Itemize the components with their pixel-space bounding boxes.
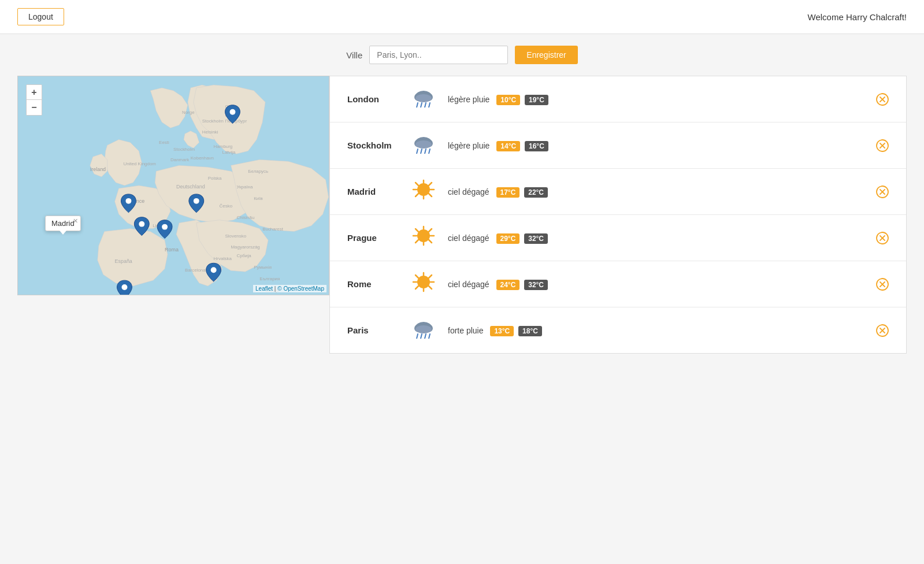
svg-line-57 [417,149,418,154]
remove-city-button[interactable] [876,278,889,291]
svg-line-93 [415,275,418,278]
svg-line-48 [425,103,426,107]
temp-min: 29°C [496,233,520,244]
svg-text:Roma: Roma [165,247,179,253]
svg-line-49 [429,103,430,107]
ville-label: Ville [346,50,362,60]
svg-text:Bucharest: Bucharest [262,227,284,232]
svg-text:Србија: Србија [236,253,251,258]
city-name: Paris [347,325,399,335]
svg-point-88 [417,276,430,288]
svg-line-106 [425,334,426,339]
svg-text:Magyarország: Magyarország [231,244,259,250]
temp-min: 13°C [490,326,514,336]
header: Logout Welcome Harry Chalcraft! [0,0,924,34]
svg-line-105 [421,334,422,339]
weather-row: Rome ciel dégagé 24°C 32°C [330,261,906,307]
weather-icon [411,318,436,343]
svg-text:Latvija: Latvija [222,150,236,155]
svg-text:Україна: Україна [236,184,253,190]
temp-max: 18°C [518,326,542,336]
svg-line-107 [429,334,430,339]
svg-text:Беларусь: Беларусь [248,169,268,174]
temp-max: 32°C [524,233,548,244]
svg-point-39 [211,267,217,273]
svg-line-82 [429,240,432,243]
weather-icon [411,179,436,204]
remove-icon [876,93,889,106]
svg-line-83 [429,229,432,232]
map-attribution: Leaflet | © OpenStreetMap [253,285,326,292]
svg-text:United Kingdom: United Kingdom [123,161,156,166]
remove-city-button[interactable] [876,232,889,244]
svg-text:България: България [259,276,280,281]
map-controls: + − [26,84,42,116]
tooltip-city-name: Madrid [51,219,75,228]
remove-icon [876,232,889,244]
weather-icon [411,133,436,158]
osm-link[interactable]: © OpenStreetMap [277,285,324,292]
weather-icon [411,272,436,296]
logout-button[interactable]: Logout [17,8,64,25]
temp-min: 17°C [496,187,520,198]
weather-list: London légère pluie 10°C 19°C Stockholm [329,76,907,354]
weather-desc: légère pluie 14°C 16°C [448,141,864,150]
svg-line-59 [425,149,426,154]
svg-text:Київ: Київ [254,196,262,201]
svg-text:Norge: Norge [182,110,195,115]
temp-min: 10°C [496,95,520,105]
leaflet-link[interactable]: Leaflet [255,285,273,292]
weather-row: Stockholm légère pluie 14°C 16°C [330,123,906,169]
remove-city-button[interactable] [876,139,889,152]
svg-point-56 [415,140,432,149]
svg-text:Eesti: Eesti [159,140,169,145]
svg-line-95 [429,275,432,278]
city-name: London [347,94,399,104]
ville-input[interactable] [369,46,508,64]
weather-desc: légère pluie 10°C 19°C [448,95,864,104]
svg-text:Hrvatska: Hrvatska [214,256,232,261]
svg-text:Barcelona: Barcelona [185,268,206,273]
map-svg: Ireland United Kingdom France España Deu… [18,76,329,295]
remove-icon [876,324,889,337]
svg-text:Hamburg: Hamburg [214,144,233,149]
weather-row: Prague ciel dégagé 29°C 32°C [330,215,906,261]
city-name: Stockholm [347,140,399,150]
svg-line-58 [421,149,422,154]
welcome-text: Welcome Harry Chalcraft! [808,12,907,22]
zoom-out-button[interactable]: − [27,100,42,115]
remove-city-button[interactable] [876,324,889,337]
svg-text:Stockholm: Stockholm [173,147,195,152]
svg-point-41 [162,224,168,230]
temp-min: 14°C [496,141,520,151]
svg-text:Danmark: Danmark [170,157,189,162]
svg-text:Helsinki: Helsinki [202,129,218,135]
weather-icon [411,225,436,250]
tooltip-close[interactable]: ✕ [73,217,78,225]
zoom-in-button[interactable]: + [27,85,42,100]
svg-text:Česko: Česko [220,203,233,209]
svg-line-81 [415,229,418,232]
city-name: Prague [347,233,399,243]
enregistrer-button[interactable]: Enregistrer [515,46,577,64]
weather-desc: ciel dégagé 17°C 22°C [448,187,864,196]
ville-row: Ville Enregistrer [17,46,907,64]
svg-line-60 [429,149,430,154]
svg-text:Chisinău: Chisinău [236,215,254,220]
remove-icon [876,185,889,198]
svg-line-47 [421,103,422,107]
remove-city-button[interactable] [876,93,889,106]
svg-point-64 [417,183,430,196]
svg-point-35 [229,109,235,115]
remove-icon [876,278,889,291]
temp-max: 22°C [524,187,548,198]
svg-text:Kobenhavn: Kobenhavn [191,155,214,161]
weather-icon [411,87,436,112]
remove-city-button[interactable] [876,185,889,198]
svg-point-36 [125,198,131,204]
svg-point-76 [417,229,430,242]
weather-row: Madrid ciel dégagé 17°C 22°C [330,169,906,215]
temp-max: 16°C [525,141,548,151]
two-col: Ireland United Kingdom France España Deu… [17,76,907,354]
remove-icon [876,139,889,152]
